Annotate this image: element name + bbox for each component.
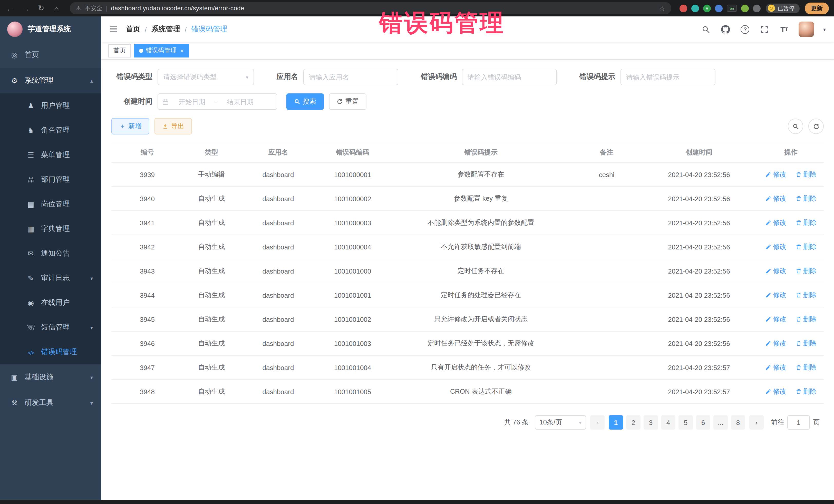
- add-button[interactable]: ＋ 新增: [111, 118, 149, 134]
- delete-link[interactable]: 删除: [795, 363, 816, 372]
- cell-message: 只允许修改为开启或者关闭状态: [389, 307, 573, 331]
- reset-button[interactable]: 重置: [329, 93, 367, 110]
- edit-link[interactable]: 修改: [765, 266, 786, 276]
- tag-home[interactable]: 首页: [108, 44, 131, 57]
- forward-icon[interactable]: →: [21, 4, 31, 13]
- edit-link[interactable]: 修改: [765, 194, 786, 203]
- font-size-icon[interactable]: TT: [779, 24, 789, 35]
- delete-link[interactable]: 删除: [795, 314, 816, 324]
- error-code-input[interactable]: [462, 69, 557, 85]
- extensions-row: V on: [680, 4, 761, 12]
- toggle-search-button[interactable]: [788, 118, 803, 134]
- goto-page-input[interactable]: [787, 415, 810, 430]
- export-button[interactable]: 导出: [154, 118, 192, 134]
- extension-green-v-icon[interactable]: V: [703, 4, 711, 12]
- sidebar-subitem[interactable]: 部门管理: [0, 167, 101, 192]
- hamburger-icon[interactable]: ☰: [109, 24, 117, 35]
- cell-id: 3943: [111, 259, 183, 283]
- cell-actions: 修改 删除: [758, 307, 824, 331]
- error-hint-input[interactable]: [620, 69, 716, 85]
- sidebar-subitem[interactable]: 审计日志: [0, 266, 101, 290]
- cell-type: 自动生成: [183, 187, 240, 211]
- sidebar-item[interactable]: 研发工具: [0, 390, 101, 416]
- sidebar-subitem[interactable]: 菜单管理: [0, 143, 101, 167]
- reload-icon[interactable]: ↻: [36, 4, 46, 13]
- edit-link[interactable]: 修改: [765, 363, 786, 372]
- menu-item-icon: [25, 323, 37, 332]
- refresh-table-button[interactable]: [808, 118, 824, 134]
- page-number-button[interactable]: 8: [731, 415, 745, 430]
- page-number-button[interactable]: 3: [643, 415, 658, 430]
- edit-link[interactable]: 修改: [765, 314, 786, 324]
- page-number-button[interactable]: …: [714, 415, 728, 430]
- sidebar-subitem[interactable]: 通知公告: [0, 241, 101, 266]
- delete-link[interactable]: 删除: [795, 266, 816, 276]
- cell-remark: ceshi: [573, 162, 640, 187]
- cell-id: 3946: [111, 331, 183, 355]
- app-logo[interactable]: 芋道管理系统: [0, 17, 101, 42]
- end-date-input[interactable]: [220, 98, 260, 106]
- close-icon[interactable]: ×: [180, 47, 184, 54]
- sidebar-subitem[interactable]: 错误码管理: [0, 340, 101, 365]
- back-icon[interactable]: ←: [5, 4, 15, 13]
- paused-badge[interactable]: ☺ 已暂停: [766, 3, 799, 13]
- browser-chrome: ← → ↻ ⌂ ⚠ 不安全 | dashboard.yudao.iocoder.…: [0, 0, 834, 17]
- page-number-button[interactable]: 6: [696, 415, 710, 430]
- tag-error-code[interactable]: 错误码管理 ×: [134, 44, 189, 57]
- extension-leaf-icon[interactable]: [741, 4, 749, 12]
- cell-app: dashboard: [240, 379, 317, 404]
- app-name-input[interactable]: [303, 69, 398, 85]
- start-date-input[interactable]: [172, 98, 212, 106]
- question-icon[interactable]: ?: [740, 24, 750, 35]
- extension-teal-icon[interactable]: [691, 4, 699, 12]
- date-range-picker[interactable]: -: [158, 93, 277, 110]
- delete-link[interactable]: 删除: [795, 194, 816, 203]
- breadcrumb-home[interactable]: 首页: [126, 25, 140, 34]
- edit-link[interactable]: 修改: [765, 242, 786, 251]
- page-size-select[interactable]: 10条/页 ▾: [535, 415, 586, 430]
- delete-link[interactable]: 删除: [795, 218, 816, 227]
- browser-update-button[interactable]: 更新: [805, 2, 829, 14]
- sidebar-subitem[interactable]: 字典管理: [0, 217, 101, 241]
- delete-link[interactable]: 删除: [795, 242, 816, 251]
- address-bar[interactable]: ⚠ 不安全 | dashboard.yudao.iocoder.cn/syste…: [70, 2, 671, 14]
- sidebar-subitem[interactable]: 岗位管理: [0, 192, 101, 217]
- next-page-button[interactable]: ›: [749, 415, 764, 430]
- fullscreen-icon[interactable]: [760, 24, 770, 35]
- delete-link[interactable]: 删除: [795, 170, 816, 179]
- page-number-button[interactable]: 1: [609, 415, 623, 430]
- caret-down-icon[interactable]: ▾: [823, 26, 826, 32]
- sidebar-item[interactable]: 基础设施: [0, 365, 101, 390]
- github-icon[interactable]: [721, 24, 731, 35]
- extension-octopus-icon[interactable]: [753, 4, 761, 12]
- bookmark-star-icon[interactable]: ☆: [659, 4, 665, 12]
- delete-link[interactable]: 删除: [795, 339, 816, 348]
- edit-link[interactable]: 修改: [765, 339, 786, 348]
- sidebar-subitem[interactable]: 角色管理: [0, 118, 101, 143]
- error-type-select[interactable]: 请选择错误码类型 ▾: [158, 69, 254, 85]
- page-number-button[interactable]: 4: [661, 415, 675, 430]
- edit-link[interactable]: 修改: [765, 170, 786, 179]
- edit-link[interactable]: 修改: [765, 218, 786, 227]
- extension-red-icon[interactable]: [680, 4, 687, 12]
- extension-on-badge-icon[interactable]: on: [727, 5, 737, 12]
- edit-link[interactable]: 修改: [765, 387, 786, 396]
- home-icon[interactable]: ⌂: [51, 4, 62, 13]
- sidebar-item-system[interactable]: 系统管理 ▴: [0, 68, 101, 93]
- sidebar-item-home[interactable]: 首页: [0, 42, 101, 68]
- breadcrumb-system[interactable]: 系统管理: [151, 25, 180, 34]
- search-button[interactable]: 搜索: [286, 93, 324, 110]
- prev-page-button[interactable]: ‹: [590, 415, 605, 430]
- page-number-button[interactable]: 2: [626, 415, 640, 430]
- sidebar-subitem[interactable]: 在线用户: [0, 290, 101, 315]
- edit-link[interactable]: 修改: [765, 290, 786, 300]
- delete-link[interactable]: 删除: [795, 387, 816, 396]
- cell-actions: 修改 删除: [758, 379, 824, 404]
- page-number-button[interactable]: 5: [679, 415, 693, 430]
- user-avatar[interactable]: [798, 22, 814, 37]
- extension-grid-icon[interactable]: [715, 4, 723, 12]
- sidebar-subitem[interactable]: 用户管理: [0, 93, 101, 118]
- delete-link[interactable]: 删除: [795, 290, 816, 300]
- search-icon[interactable]: [701, 24, 711, 35]
- sidebar-subitem[interactable]: 短信管理: [0, 315, 101, 340]
